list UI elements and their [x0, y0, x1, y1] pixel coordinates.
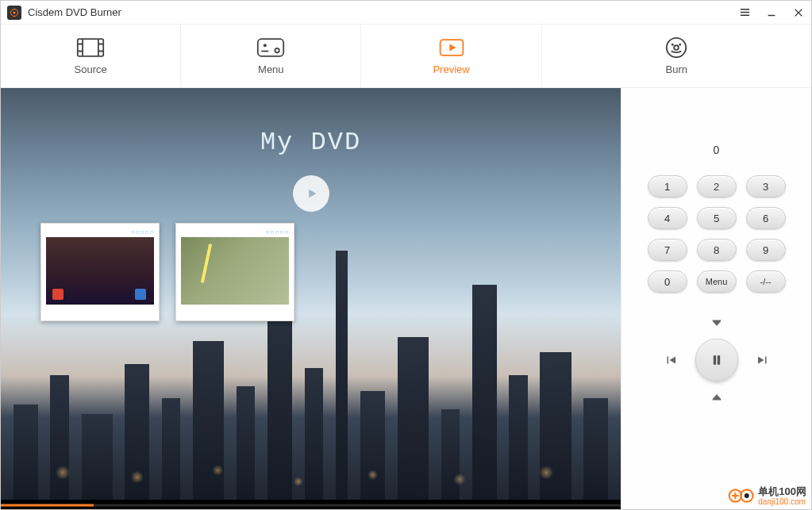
thumb-decoration: ○○○○○ [181, 228, 289, 236]
tab-label: Burn [666, 63, 687, 75]
tab-preview[interactable]: Preview [361, 25, 541, 87]
hamburger-menu-icon[interactable] [738, 6, 751, 19]
dvd-menu-play-button[interactable] [293, 175, 329, 212]
thumb-image [46, 237, 154, 305]
dvd-chapter-thumb-2[interactable]: ○○○○○ [175, 223, 294, 321]
thumb-decoration: ○○○○○ [46, 228, 154, 236]
watermark-icon [728, 487, 755, 504]
remote-panel: 0 1 2 3 4 5 6 7 8 9 0 Menu -/-- [621, 88, 811, 510]
keypad-3[interactable]: 3 [746, 175, 786, 197]
skip-to-start-button[interactable] [710, 316, 724, 331]
svg-point-4 [264, 44, 267, 47]
transport-controls [664, 316, 770, 404]
progress-fill [1, 504, 94, 507]
playback-progress[interactable] [1, 500, 621, 510]
preview-play-icon [437, 36, 466, 59]
tab-label: Menu [258, 63, 284, 75]
svg-point-1 [13, 11, 16, 13]
svg-point-7 [667, 38, 686, 57]
svg-point-5 [275, 48, 279, 52]
window-controls [738, 6, 805, 19]
titlebar: Cisdem DVD Burner [1, 1, 811, 25]
menu-template-icon [256, 36, 285, 59]
minimize-button[interactable] [765, 6, 778, 19]
keypad-9[interactable]: 9 [746, 239, 786, 261]
svg-point-10 [679, 44, 682, 46]
keypad-1[interactable]: 1 [648, 175, 687, 197]
next-button[interactable] [756, 353, 770, 367]
keypad-menu[interactable]: Menu [697, 270, 737, 293]
dvd-chapter-thumb-1[interactable]: ○○○○○ [40, 223, 160, 321]
preview-viewport[interactable]: My DVD ○○○○○ ○○○○○ [1, 88, 621, 500]
tab-label: Source [75, 63, 107, 75]
svg-point-8 [675, 45, 679, 50]
svg-point-9 [672, 44, 674, 46]
svg-rect-3 [258, 39, 283, 56]
preview-pane: My DVD ○○○○○ ○○○○○ [1, 88, 621, 510]
tab-source[interactable]: Source [1, 25, 181, 87]
remote-keypad: 1 2 3 4 5 6 7 8 9 0 Menu -/-- [648, 175, 786, 293]
dvd-menu-thumbnails: ○○○○○ ○○○○○ [40, 223, 294, 321]
watermark-url: danji100.com [758, 497, 806, 506]
keypad-0[interactable]: 0 [648, 270, 687, 293]
filmstrip-icon [76, 36, 105, 59]
keypad-4[interactable]: 4 [648, 207, 687, 229]
keypad-7[interactable]: 7 [648, 239, 687, 261]
dvd-title: My DVD [260, 128, 361, 157]
thumb-image [181, 237, 289, 305]
keypad-8[interactable]: 8 [697, 239, 737, 261]
disc-burn-icon [662, 36, 691, 59]
tab-menu[interactable]: Menu [181, 25, 361, 87]
keypad-2[interactable]: 2 [697, 175, 737, 197]
keypad-dash[interactable]: -/-- [746, 270, 786, 293]
keypad-6[interactable]: 6 [746, 207, 786, 229]
watermark: 单机100网 danji100.com [728, 486, 806, 506]
keypad-5[interactable]: 5 [697, 207, 737, 229]
svg-rect-2 [78, 39, 103, 56]
close-button[interactable] [792, 6, 805, 19]
skip-to-end-button[interactable] [710, 389, 724, 404]
pause-button[interactable] [695, 339, 738, 382]
app-title: Cisdem DVD Burner [28, 6, 738, 18]
svg-point-13 [745, 493, 749, 498]
main-area: My DVD ○○○○○ ○○○○○ [1, 88, 811, 510]
toolbar: Source Menu Preview Burn [1, 25, 811, 88]
tab-burn[interactable]: Burn [542, 25, 811, 87]
watermark-text-cn: 单机100网 [758, 486, 806, 497]
previous-button[interactable] [664, 353, 678, 367]
tab-label: Preview [433, 63, 469, 75]
remote-display: 0 [714, 144, 720, 156]
app-icon [7, 6, 21, 20]
